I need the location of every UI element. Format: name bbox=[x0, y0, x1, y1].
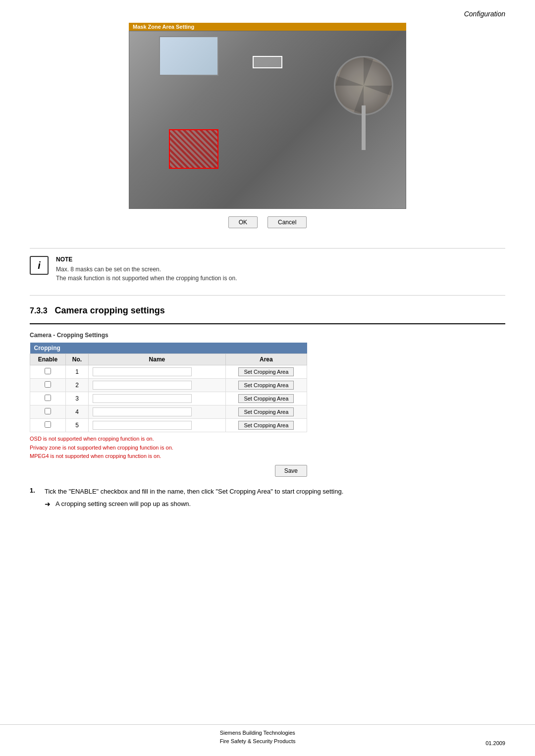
name-input-1[interactable] bbox=[93, 367, 192, 376]
save-row: Save bbox=[30, 465, 307, 477]
col-header-name: Name bbox=[89, 354, 226, 365]
note-box: i NOTE Max. 8 masks can be set on the sc… bbox=[30, 256, 505, 283]
no-cell-3: 3 bbox=[65, 392, 88, 405]
fan-visual bbox=[331, 51, 396, 150]
mask-area bbox=[169, 129, 218, 169]
col-header-enable: Enable bbox=[30, 354, 66, 365]
set-cropping-btn-5[interactable]: Set Cropping Area bbox=[238, 421, 294, 430]
table-section-header-row: Cropping bbox=[30, 343, 307, 354]
header-title: Configuration bbox=[464, 10, 505, 18]
enable-checkbox-1[interactable] bbox=[45, 368, 51, 374]
enable-cell-1[interactable] bbox=[30, 365, 66, 379]
enable-cell-4[interactable] bbox=[30, 405, 66, 419]
no-cell-4: 4 bbox=[65, 405, 88, 419]
enable-cell-2[interactable] bbox=[30, 379, 66, 392]
divider-1 bbox=[30, 248, 505, 249]
fan-stem bbox=[362, 105, 366, 150]
name-input-2[interactable] bbox=[93, 381, 192, 390]
footer-right: 01.2009 bbox=[485, 740, 505, 746]
warning1: OSD is not supported when cropping funct… bbox=[30, 435, 505, 444]
cropping-table: Cropping Enable No. Name Area 1Set Cropp… bbox=[30, 343, 307, 432]
note-line1: Max. 8 masks can be set on the screen. bbox=[56, 265, 237, 274]
warning-text: OSD is not supported when cropping funct… bbox=[30, 435, 505, 461]
instruction-item-1: 1. Tick the "ENABLE" checkbox and fill i… bbox=[30, 487, 505, 497]
footer-company2: Fire Safety & Security Products bbox=[220, 737, 296, 746]
enable-checkbox-4[interactable] bbox=[45, 408, 51, 414]
area-cell-2[interactable]: Set Cropping Area bbox=[225, 379, 307, 392]
arrow-note-text: A cropping setting screen will pop up as… bbox=[55, 500, 191, 508]
footer-company1: Siemens Building Technologies bbox=[220, 729, 296, 738]
area-cell-3[interactable]: Set Cropping Area bbox=[225, 392, 307, 405]
arrow-icon: ➜ bbox=[45, 500, 51, 508]
note-line2: The mask function is not supported when … bbox=[56, 274, 237, 283]
ok-cancel-row: OK Cancel bbox=[228, 216, 307, 228]
section-title: Camera cropping settings bbox=[55, 305, 165, 316]
table-row: 5Set Cropping Area bbox=[30, 419, 307, 432]
name-cell-3[interactable] bbox=[89, 392, 226, 405]
cropping-panel: Camera - Cropping Settings Cropping Enab… bbox=[30, 332, 505, 477]
set-cropping-btn-4[interactable]: Set Cropping Area bbox=[238, 407, 294, 416]
section-divider bbox=[30, 323, 505, 324]
name-input-3[interactable] bbox=[93, 394, 192, 403]
footer-date: 01.2009 bbox=[485, 740, 505, 746]
cancel-button[interactable]: Cancel bbox=[268, 216, 307, 228]
enable-checkbox-3[interactable] bbox=[45, 395, 51, 401]
instruction-number-1: 1. bbox=[30, 487, 40, 494]
enable-cell-5[interactable] bbox=[30, 419, 66, 432]
mask-zone-title: Mask Zone Area Setting bbox=[129, 23, 406, 31]
table-row: 2Set Cropping Area bbox=[30, 379, 307, 392]
table-row: 3Set Cropping Area bbox=[30, 392, 307, 405]
window-area bbox=[159, 36, 218, 76]
area-cell-4[interactable]: Set Cropping Area bbox=[225, 405, 307, 419]
col-headers-row: Enable No. Name Area bbox=[30, 354, 307, 365]
table-row: 1Set Cropping Area bbox=[30, 365, 307, 379]
page-footer: 31 Siemens Building Technologies Fire Sa… bbox=[0, 724, 535, 746]
warning3: MPEG4 is not supported when cropping fun… bbox=[30, 452, 505, 461]
info-icon: i bbox=[30, 256, 49, 275]
name-input-4[interactable] bbox=[93, 407, 192, 416]
no-cell-5: 5 bbox=[65, 419, 88, 432]
instructions: 1. Tick the "ENABLE" checkbox and fill i… bbox=[30, 487, 505, 508]
ok-button[interactable]: OK bbox=[228, 216, 258, 228]
rect-control[interactable] bbox=[253, 56, 282, 68]
no-cell-2: 2 bbox=[65, 379, 88, 392]
note-content: NOTE Max. 8 masks can be set on the scre… bbox=[56, 256, 237, 283]
set-cropping-btn-3[interactable]: Set Cropping Area bbox=[238, 394, 294, 403]
note-title: NOTE bbox=[56, 256, 237, 263]
arrow-note: ➜ A cropping setting screen will pop up … bbox=[45, 500, 505, 508]
name-cell-4[interactable] bbox=[89, 405, 226, 419]
camera-image bbox=[129, 31, 406, 209]
table-section-header: Cropping bbox=[30, 343, 307, 354]
enable-checkbox-2[interactable] bbox=[45, 381, 51, 388]
warning2: Privacy zone is not supported when cropp… bbox=[30, 444, 505, 453]
mask-zone-section: Mask Zone Area Setting OK Cancel bbox=[30, 23, 505, 238]
section-heading: 7.3.3 Camera cropping settings bbox=[30, 305, 505, 316]
col-header-no: No. bbox=[65, 354, 88, 365]
table-row: 4Set Cropping Area bbox=[30, 405, 307, 419]
no-cell-1: 1 bbox=[65, 365, 88, 379]
divider-2 bbox=[30, 295, 505, 296]
name-cell-1[interactable] bbox=[89, 365, 226, 379]
set-cropping-btn-2[interactable]: Set Cropping Area bbox=[238, 381, 294, 390]
page-header: Configuration bbox=[30, 10, 505, 18]
cropping-panel-title: Camera - Cropping Settings bbox=[30, 332, 505, 339]
name-cell-5[interactable] bbox=[89, 419, 226, 432]
instruction-text-1: Tick the "ENABLE" checkbox and fill in t… bbox=[45, 487, 343, 497]
footer-left: Siemens Building Technologies Fire Safet… bbox=[220, 729, 296, 746]
set-cropping-btn-1[interactable]: Set Cropping Area bbox=[238, 367, 294, 376]
enable-cell-3[interactable] bbox=[30, 392, 66, 405]
area-cell-1[interactable]: Set Cropping Area bbox=[225, 365, 307, 379]
area-cell-5[interactable]: Set Cropping Area bbox=[225, 419, 307, 432]
name-input-5[interactable] bbox=[93, 421, 192, 430]
section-number: 7.3.3 bbox=[30, 306, 48, 315]
col-header-area: Area bbox=[225, 354, 307, 365]
name-cell-2[interactable] bbox=[89, 379, 226, 392]
enable-checkbox-5[interactable] bbox=[45, 421, 51, 428]
save-button[interactable]: Save bbox=[275, 465, 307, 477]
